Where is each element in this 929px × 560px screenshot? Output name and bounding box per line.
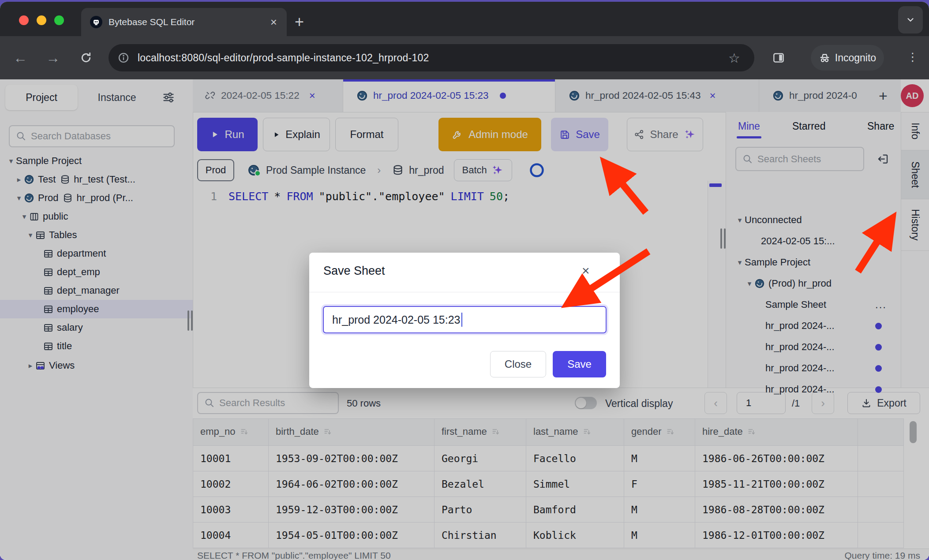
column-header[interactable]: hire_date [695,419,858,446]
dialog-close-button[interactable]: Close [490,351,546,377]
sort-icon[interactable] [747,427,756,438]
admin-mode-button[interactable]: Admin mode [438,118,541,151]
tree-node-table-department[interactable]: department [0,244,193,263]
dialog-close-icon[interactable]: × [582,264,590,277]
chevron-right-icon[interactable]: ▸ [26,361,35,370]
sheet-group-database[interactable]: ▾ (Prod) hr_prod [726,273,901,294]
close-tab-icon[interactable]: × [709,90,715,102]
tree-node-table-employee[interactable]: employee [0,300,193,318]
sheet-tab-mine[interactable]: Mine [738,116,760,137]
chevron-down-icon[interactable]: ▾ [745,279,754,288]
tree-node-prod-db[interactable]: ▾ Prod hr_prod (Pr... [0,189,193,207]
bookmark-star-icon[interactable]: ☆ [728,50,740,66]
table-scrollbar-thumb[interactable] [910,421,917,443]
sort-icon[interactable] [323,427,332,438]
tree-node-test-db[interactable]: ▸ Test hr_test (Test... [0,170,193,189]
tree-node-table-dept-emp[interactable]: dept_emp [0,263,193,281]
vertical-display-toggle[interactable] [575,397,597,409]
tree-node-schema-public[interactable]: ▾ public [0,207,193,226]
sidebar-tab-project[interactable]: Project [5,85,78,110]
browser-tab-close-icon[interactable]: × [270,15,277,29]
sort-icon[interactable] [240,427,249,438]
reload-icon[interactable] [79,51,93,64]
browser-tab[interactable]: Bytebase SQL Editor × [81,8,287,36]
database-name[interactable]: hr_prod [409,164,444,176]
sheet-item[interactable]: 2024-02-05 15:... [726,231,901,252]
split-screen-icon[interactable] [772,51,785,64]
search-databases-input[interactable]: Search Databases [9,125,175,147]
avatar[interactable]: AD [901,84,924,107]
new-sheet-tab-button[interactable]: + [868,79,888,112]
editor-tab-1[interactable]: 2024-02-05 15:22 × [193,79,343,112]
share-button[interactable]: Share [627,118,703,151]
sheet-tab-starred[interactable]: Starred [792,116,825,137]
forward-icon[interactable]: → [46,50,60,66]
tree-node-table-salary[interactable]: salary [0,318,193,337]
column-header[interactable]: last_name [526,419,624,446]
tree-node-views[interactable]: ▸ Views [0,356,193,375]
chevron-down-icon[interactable]: ▾ [26,231,35,240]
chevron-down-icon[interactable]: ▾ [735,258,745,267]
browser-new-tab-button[interactable]: + [295,14,304,30]
table-row[interactable]: 100021964-06-02T00:00:00ZBezalelSimmelF1… [193,471,904,497]
dialog-save-button[interactable]: Save [553,351,606,377]
search-results-input[interactable]: Search Results [197,392,339,414]
chevron-down-icon[interactable]: ▾ [19,212,29,221]
table-row[interactable]: 100041954-05-01T00:00:00ZChirstianKoblic… [193,523,904,548]
editor-tab-3[interactable]: hr_prod 2024-02-05 15:43 × [555,79,759,112]
browser-menu-icon[interactable]: ⋮ [907,50,918,64]
traffic-close-button[interactable] [19,15,29,25]
chevron-down-icon[interactable]: ▾ [14,194,24,203]
site-info-icon[interactable] [117,52,130,64]
sheet-name-input[interactable]: hr_prod 2024-02-05 15:23 [323,306,607,333]
filter-sliders-icon[interactable] [162,91,175,104]
tab-history[interactable]: History [901,199,929,251]
sort-icon[interactable] [666,427,675,438]
tree-node-table-title[interactable]: title [0,337,193,355]
column-header[interactable]: first_name [435,419,526,446]
sidebar-resize-handle[interactable] [187,310,195,332]
tree-node-project[interactable]: ▾ Sample Project [0,152,193,170]
sidebar-tab-instance[interactable]: Instance [88,85,146,110]
import-sheet-icon[interactable] [877,153,889,165]
traffic-minimize-button[interactable] [37,15,46,25]
editor-tab-2-active[interactable]: hr_prod 2024-02-05 15:23 [343,79,555,112]
tree-node-tables[interactable]: ▾ Tables [0,226,193,244]
save-button[interactable]: Save [551,118,608,151]
back-icon[interactable]: ← [13,50,27,66]
table-row[interactable]: 100031959-12-03T00:00:00ZPartoBamfordM19… [193,497,904,523]
address-bar[interactable]: localhost:8080/sql-editor/prod-sample-in… [109,44,754,71]
tab-info[interactable]: Info [901,112,929,150]
editor-tab-4[interactable]: hr_prod 2024-0 [759,79,868,112]
tab-search-chevron-button[interactable] [898,6,923,34]
sheet-item-sample[interactable]: Sample Sheet ... [726,294,901,315]
instance-name[interactable]: Prod Sample Instance [266,164,366,176]
editor-scrollbar[interactable] [708,181,726,388]
chevron-right-icon[interactable]: ▸ [14,175,24,184]
chevron-down-icon[interactable]: ▾ [6,157,16,166]
close-tab-icon[interactable]: × [309,90,315,102]
sort-icon[interactable] [583,427,592,438]
column-header[interactable]: gender [624,419,695,446]
sheet-group-unconnected[interactable]: ▾ Unconnected [726,209,901,231]
sheet-item[interactable]: hr_prod 2024-... [726,315,901,336]
timer-circle-icon[interactable] [529,162,545,178]
search-sheets-input[interactable]: Search Sheets [735,147,864,171]
explain-button[interactable]: Explain [263,118,330,151]
batch-button[interactable]: Batch [454,159,512,181]
table-row[interactable]: 100011953-09-02T00:00:00ZGeorgiFacelloM1… [193,446,904,471]
sheet-item[interactable]: hr_prod 2024-... [726,336,901,358]
tree-node-table-dept-manager[interactable]: dept_manager [0,281,193,300]
format-button[interactable]: Format [335,118,398,151]
traffic-zoom-button[interactable] [54,15,64,25]
more-options-icon[interactable]: ... [875,299,887,311]
sort-icon[interactable] [491,427,500,438]
column-header[interactable]: birth_date [269,419,435,446]
sheet-item[interactable]: hr_prod 2024-... [726,379,901,400]
environment-chip[interactable]: Prod [197,159,234,181]
run-button[interactable]: Run [197,118,258,151]
sheet-tab-share[interactable]: Share [867,116,894,137]
sheet-group-project[interactable]: ▾ Sample Project [726,252,901,273]
sheet-item[interactable]: hr_prod 2024-... [726,358,901,379]
chevron-down-icon[interactable]: ▾ [735,216,745,225]
